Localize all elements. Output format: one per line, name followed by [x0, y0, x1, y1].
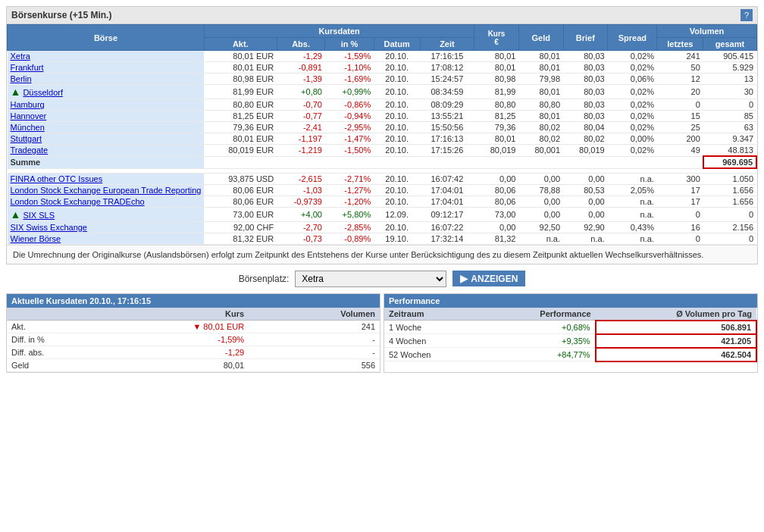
- exchange-link[interactable]: Wiener Börse: [11, 234, 61, 243]
- cell-abs: -1,39: [277, 74, 325, 85]
- cell-vol-letztes: 200: [657, 133, 703, 145]
- exchange-link[interactable]: Frankfurt: [11, 63, 44, 72]
- cell-pct: -1,27%: [325, 184, 374, 196]
- widget-title: Börsenkurse (+15 Min.): [11, 10, 111, 20]
- cell-name[interactable]: Berlin: [8, 74, 205, 85]
- exchange-link[interactable]: Berlin: [11, 74, 32, 83]
- cell-vol-letztes: 300: [657, 173, 703, 184]
- cell-name[interactable]: Stuttgart: [8, 133, 205, 145]
- cell-abs: -1,219: [277, 145, 325, 157]
- panel-left-row: Diff. abs. -1,29 -: [7, 346, 380, 358]
- cell-vol-letztes: 0: [657, 207, 703, 221]
- cell-pct: -2,71%: [325, 173, 374, 184]
- up-arrow-icon: ▲: [11, 86, 21, 98]
- exchange-link[interactable]: London Stock Exchange European Trade Rep…: [11, 186, 202, 195]
- panel-left-table: Kurs Volumen Akt. ▼ 80,01 EUR 241 Diff. …: [7, 308, 380, 372]
- cell-brief: 80,03: [563, 111, 608, 122]
- cell-name[interactable]: London Stock Exchange European Trade Rep…: [8, 184, 205, 196]
- cell-zeit: 17:04:01: [420, 196, 474, 207]
- cell-pct: -0,86%: [325, 99, 374, 111]
- help-button[interactable]: ?: [741, 9, 753, 21]
- cell-zeit: 17:16:13: [420, 133, 474, 145]
- cell-spread: 0,02%: [608, 99, 657, 111]
- cell-vol-gesamt: 13: [703, 74, 756, 85]
- cell-datum: 20.10.: [374, 196, 420, 207]
- cell-akt: 80,98 EUR: [204, 74, 277, 85]
- cell-akt: 80,019 EUR: [204, 145, 277, 157]
- note-content: Die Umrechnung der Originalkurse (Auslan…: [13, 250, 703, 259]
- cell-spread: n.a.: [608, 233, 657, 244]
- exchange-link[interactable]: München: [11, 123, 45, 132]
- cell-spread: 0,02%: [608, 145, 657, 157]
- bottom-panels: Aktuelle Kursdaten 20.10., 17:16:15 Kurs…: [6, 293, 758, 373]
- pl-kurs: -1,29: [67, 346, 249, 358]
- panel-right: Performance Zeitraum Performance Ø Volum…: [384, 293, 758, 373]
- cell-vol-letztes: 241: [657, 51, 703, 62]
- cell-vol-gesamt: 1.656: [703, 184, 756, 196]
- pr-col3: Ø Volumen pro Tag: [596, 308, 756, 321]
- cell-geld: 0,00: [518, 173, 563, 184]
- pr-zeitraum: 4 Wochen: [384, 334, 481, 348]
- cell-zeit: 17:15:26: [420, 145, 474, 157]
- cell-name[interactable]: London Stock Exchange TRADEcho: [8, 196, 205, 207]
- cell-name[interactable]: Wiener Börse: [8, 233, 205, 244]
- pl-volumen: -: [249, 346, 380, 358]
- exchange-link[interactable]: FINRA other OTC Issues: [11, 174, 103, 183]
- pr-vol-tag: 462.504: [596, 348, 756, 361]
- cell-brief: 80,03: [563, 85, 608, 99]
- cell-akt: 80,01 EUR: [204, 62, 277, 74]
- exchange-link[interactable]: Xetra: [11, 52, 30, 61]
- exchange-link[interactable]: SIX Swiss Exchange: [11, 223, 88, 232]
- cell-abs: +4,00: [277, 207, 325, 221]
- cell-datum: 20.10.: [374, 99, 420, 111]
- table-row: Wiener Börse 81,32 EUR -0,73 -0,89% 19.1…: [8, 233, 757, 244]
- cell-name[interactable]: Xetra: [8, 51, 205, 62]
- cell-pct: -2,95%: [325, 122, 374, 133]
- cell-brief: 0,00: [563, 173, 608, 184]
- cell-datum: 20.10.: [374, 51, 420, 62]
- cell-zeit: 17:04:01: [420, 184, 474, 196]
- cell-vol-gesamt: 2.156: [703, 221, 756, 233]
- pr-performance: +9,35%: [481, 334, 596, 348]
- cell-abs: -0,70: [277, 99, 325, 111]
- cell-name[interactable]: Tradegate: [8, 145, 205, 157]
- exchange-link[interactable]: London Stock Exchange TRADEcho: [11, 197, 145, 206]
- cell-name[interactable]: Hamburg: [8, 99, 205, 111]
- cell-vol-gesamt: 85: [703, 111, 756, 122]
- cell-geld: 92,50: [518, 221, 563, 233]
- cell-pct: -0,94%: [325, 111, 374, 122]
- cell-name[interactable]: Frankfurt: [8, 62, 205, 74]
- exchange-select-dropdown[interactable]: XetraFrankfurtBerlinDüsseldorfHamburgHan…: [295, 271, 446, 287]
- cell-kurs: 0,00: [474, 173, 519, 184]
- cell-datum: 20.10.: [374, 74, 420, 85]
- exchange-link[interactable]: Stuttgart: [11, 134, 42, 143]
- exchange-link[interactable]: SIX SLS: [23, 211, 55, 220]
- exchange-link[interactable]: Tradegate: [11, 146, 49, 155]
- anzeigen-button[interactable]: ▶ ANZEIGEN: [452, 271, 525, 286]
- cell-brief: 80,02: [563, 133, 608, 145]
- cell-datum: 20.10.: [374, 122, 420, 133]
- cell-abs: -0,73: [277, 233, 325, 244]
- cell-kurs: 80,80: [474, 99, 519, 111]
- exchange-link[interactable]: Hamburg: [11, 100, 45, 109]
- th-geld: Geld: [518, 25, 563, 51]
- cell-name[interactable]: ▲ Düsseldorf: [8, 85, 205, 99]
- cell-name[interactable]: FINRA other OTC Issues: [8, 173, 205, 184]
- cell-vol-letztes: 12: [657, 74, 703, 85]
- exchange-link[interactable]: Hannover: [11, 111, 47, 120]
- pl-label: Akt.: [7, 320, 67, 333]
- cell-name[interactable]: München: [8, 122, 205, 133]
- table-row: Frankfurt 80,01 EUR -0,891 -1,10% 20.10.…: [8, 62, 757, 74]
- cell-name[interactable]: Hannover: [8, 111, 205, 122]
- pl-label: Diff. in %: [7, 333, 67, 346]
- table-row: Stuttgart 80,01 EUR -1,197 -1,47% 20.10.…: [8, 133, 757, 145]
- cell-geld: 80,80: [518, 99, 563, 111]
- cell-name[interactable]: ▲ SIX SLS: [8, 207, 205, 221]
- th-vol-letztes: letztes: [657, 38, 703, 51]
- cell-name[interactable]: SIX Swiss Exchange: [8, 221, 205, 233]
- table-row: London Stock Exchange European Trade Rep…: [8, 184, 757, 196]
- cell-spread: 0,02%: [608, 122, 657, 133]
- exchange-link[interactable]: Düsseldorf: [23, 88, 63, 97]
- panel-left: Aktuelle Kursdaten 20.10., 17:16:15 Kurs…: [6, 293, 380, 373]
- cell-abs: -0,77: [277, 111, 325, 122]
